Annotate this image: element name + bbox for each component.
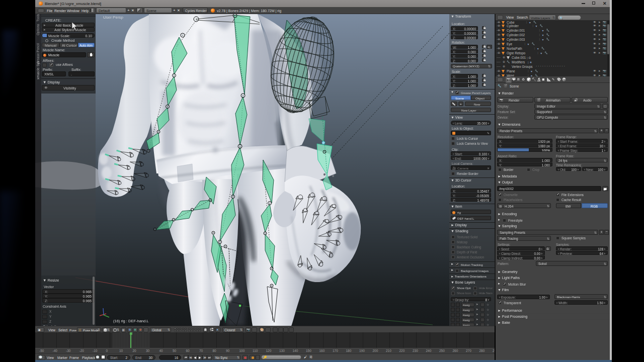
svg-text:(16) rig : DEF-hand.L: (16) rig : DEF-hand.L — [113, 319, 148, 323]
svg-text:User Persp: User Persp — [103, 15, 124, 20]
